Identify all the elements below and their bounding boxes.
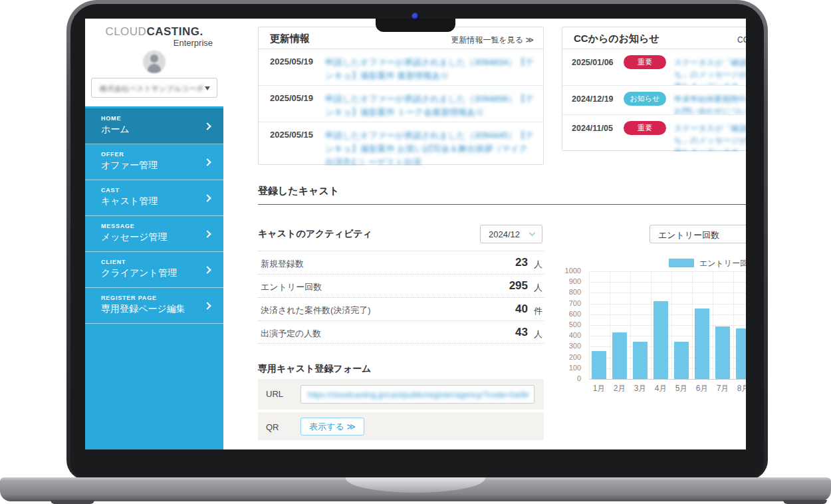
cast-register-form-title: 専用キャスト登録フォーム xyxy=(258,363,371,375)
sidebar-item-offer[interactable]: OFFER オファー管理 xyxy=(85,144,223,180)
company-select-value: 株式会社ベストサンプルコーポレーション xyxy=(100,84,203,94)
webcam-icon xyxy=(412,13,419,21)
notices-panel-header: CCからのお知らせ CCからのお知らせ一覧を見る ≫ xyxy=(562,27,746,49)
y-axis-tick: 800 xyxy=(569,288,581,296)
company-select[interactable]: 株式会社ベストサンプルコーポレーション xyxy=(91,78,217,98)
update-row[interactable]: 2025/05/19 申請したオファーが承認されました（3094856）【テンキ… xyxy=(259,86,543,122)
y-axis-tick: 700 xyxy=(569,299,581,307)
redacted-link-text: ステータスが「確認待ち」のメッセージが数件たまっています xyxy=(674,57,746,86)
stat-row-entry-count: エントリー回数 295 人 xyxy=(258,274,544,297)
redacted-link-text: 申請したオファーが承認されました（3094445）【テンキョ】撮影案件 お笑い試… xyxy=(325,129,535,166)
qr-row: QR 表示する ≫ xyxy=(258,412,544,440)
y-axis-tick: 100 xyxy=(569,364,581,372)
sidebar-item-home[interactable]: HOME ホーム xyxy=(85,108,223,144)
logo-light-part: CLOUD xyxy=(105,25,146,38)
update-row[interactable]: 2025/05/15 申請したオファーが承認されました（3094445）【テンキ… xyxy=(259,122,543,166)
bar-5月 xyxy=(674,342,689,379)
section-divider xyxy=(258,204,746,205)
avatar xyxy=(143,51,166,73)
important-badge: 重要 xyxy=(624,121,666,135)
stat-row-settled-projects: 決済された案件数(決済完了) 40 件 xyxy=(258,297,544,320)
person-icon xyxy=(150,55,158,63)
x-axis-tick: 3月 xyxy=(630,383,650,394)
x-axis-tick: 8月 xyxy=(733,383,746,394)
important-badge: 重要 xyxy=(624,55,666,69)
update-row[interactable]: 2025/05/19 申請したオファーが承認されました（3094834）【テンキ… xyxy=(259,49,543,86)
logo-bold-part: CASTING. xyxy=(146,25,203,38)
y-axis-tick: 300 xyxy=(569,342,581,350)
legend-swatch xyxy=(669,259,694,267)
qr-label: QR xyxy=(266,422,279,432)
updates-panel: 更新情報 更新情報一覧を見る ≫ 2025/05/19 申請したオファーが承認さ… xyxy=(258,27,544,165)
bar-7月 xyxy=(715,326,730,379)
sidebar-item-client[interactable]: CLIENT クライアント管理 xyxy=(85,252,223,288)
activity-stats-table: 新規登録数 23 人 エントリー回数 295 人 決済された案件数(決済完了) … xyxy=(258,251,544,344)
month-select-value: 2024/12 xyxy=(489,229,520,239)
bar-chart-plot xyxy=(589,271,746,379)
y-axis-tick: 200 xyxy=(569,353,581,361)
registered-cast-title: 登録したキャスト xyxy=(258,185,339,197)
cast-activity-title: キャストのアクティビティ xyxy=(258,228,372,240)
y-axis-tick: 900 xyxy=(569,277,581,285)
edition-label: Enterprise xyxy=(174,38,213,48)
notices-panel: CCからのお知らせ CCからのお知らせ一覧を見る ≫ 2025/01/06 重要… xyxy=(562,27,746,151)
chart-metric-select[interactable]: エントリー回数 xyxy=(650,225,746,243)
bar-4月 xyxy=(653,301,668,379)
x-axis-tick: 5月 xyxy=(671,383,691,394)
url-row: URL https://cloudcasting.jp/cast/public/… xyxy=(258,379,544,410)
redacted-link-text: 申請したオファーが承認されました（3094856）【テンキョ】撮影案件 トーク会… xyxy=(325,92,535,119)
y-axis-tick: 0 xyxy=(577,374,581,382)
notice-badge: お知らせ xyxy=(624,92,666,106)
redacted-link-text: ステータスが「確認待ち」のメッセージが数件たまっています xyxy=(674,122,746,152)
notice-row[interactable]: 2025/01/06 重要 ステータスが「確認待ち」のメッセージが数件たまってい… xyxy=(562,49,746,86)
bar-8月 xyxy=(736,328,746,379)
bar-2月 xyxy=(612,332,627,379)
sidebar: CLOUDCASTING. Enterprise 株式会社ベストサンプルコーポレ… xyxy=(85,19,223,449)
chevron-down-icon xyxy=(529,230,536,237)
x-axis-tick: 7月 xyxy=(713,383,733,394)
sidebar-item-message[interactable]: MESSAGE メッセージ管理 xyxy=(85,216,223,252)
updates-panel-title: 更新情報 xyxy=(270,33,310,45)
sidebar-header: CLOUDCASTING. Enterprise 株式会社ベストサンプルコーポレ… xyxy=(85,19,223,106)
chart-metric-select-value: エントリー回数 xyxy=(658,229,719,241)
y-axis-tick: 600 xyxy=(569,310,581,318)
notice-row[interactable]: 2024/11/05 重要 ステータスが「確認待ち」のメッセージが数件たまってい… xyxy=(562,115,746,152)
stat-row-scheduled-performers: 出演予定の人数 43 人 xyxy=(258,320,544,344)
app-screen: CLOUDCASTING. Enterprise 株式会社ベストサンプルコーポレ… xyxy=(85,19,746,449)
month-select[interactable]: 2024/12 xyxy=(480,225,542,243)
sidebar-item-register-page[interactable]: REGISTER PAGE 専用登録ページ編集 xyxy=(85,288,223,324)
bar-1月 xyxy=(592,351,606,379)
x-axis-tick: 1月 xyxy=(589,383,609,394)
bar-3月 xyxy=(633,342,648,379)
y-axis-tick: 500 xyxy=(569,320,581,328)
x-axis-tick: 4月 xyxy=(651,383,671,394)
y-axis-tick: 1000 xyxy=(565,267,581,275)
cloudcasting-logo: CLOUDCASTING. xyxy=(85,25,223,39)
laptop-foot xyxy=(783,500,827,504)
bar-6月 xyxy=(695,309,709,379)
bar-chart-yaxis: 01002003004005006007008009001000 xyxy=(550,271,585,384)
updates-view-all-link[interactable]: 更新情報一覧を見る ≫ xyxy=(451,35,534,46)
notice-row[interactable]: 2024/12/19 お知らせ 年末年始休業期間中のお問い合わせについて xyxy=(562,86,746,115)
caret-down-icon xyxy=(205,86,210,90)
legend-label: エントリー回数 xyxy=(699,258,746,269)
laptop-mockup: CLOUDCASTING. Enterprise 株式会社ベストサンプルコーポレ… xyxy=(0,0,831,504)
redacted-link-text: 年末年始休業期間中のお問い合わせについて xyxy=(674,93,746,115)
y-axis-tick: 400 xyxy=(569,331,581,339)
register-url-input[interactable]: https://cloudcasting.jp/cast/public/regi… xyxy=(300,385,534,404)
notices-view-all-link[interactable]: CCからのお知らせ一覧を見る ≫ xyxy=(737,35,746,46)
x-axis-tick: 2月 xyxy=(610,383,630,394)
url-label: URL xyxy=(266,389,283,399)
redacted-link-text: 申請したオファーが承認されました（3094834）【テンキョ】撮影案件 最新情報… xyxy=(325,56,535,82)
show-qr-button[interactable]: 表示する ≫ xyxy=(300,418,364,436)
sidebar-item-cast[interactable]: CAST キャスト管理 xyxy=(85,180,223,216)
redacted-url-text: https://cloudcasting.jp/cast/public/regi… xyxy=(308,390,529,400)
laptop-foot xyxy=(51,500,94,504)
notices-panel-title: CCからのお知らせ xyxy=(574,33,659,45)
bar-chart-xaxis: 1月2月3月4月5月6月7月8月 xyxy=(589,383,746,394)
x-axis-tick: 6月 xyxy=(692,383,712,394)
laptop-notch xyxy=(376,19,455,32)
stat-row-new-registrations: 新規登録数 23 人 xyxy=(258,251,544,274)
sidebar-menu: HOME ホーム OFFER オファー管理 CAST キャスト管理 MESSAG… xyxy=(85,108,223,324)
